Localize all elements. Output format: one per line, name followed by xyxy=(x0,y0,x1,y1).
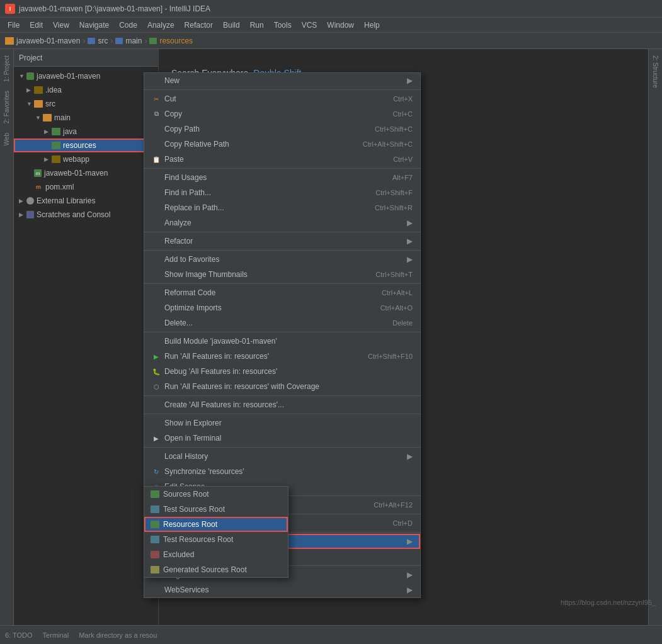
breadcrumb-project[interactable]: javaweb-01-maven xyxy=(16,37,80,45)
menu-build[interactable]: Build xyxy=(218,20,245,31)
tree-item-ext-lib[interactable]: ▶ External Libraries xyxy=(14,194,158,208)
status-terminal[interactable]: Terminal xyxy=(43,631,69,639)
ctx-new[interactable]: New ▶ xyxy=(144,73,420,88)
tree-label: resources xyxy=(63,141,96,150)
menu-analyze[interactable]: Analyze xyxy=(142,20,180,31)
menu-edit[interactable]: Edit xyxy=(25,20,48,31)
ctx-delete[interactable]: Delete... Delete xyxy=(144,315,420,330)
sidebar-tab-favorites[interactable]: 2: Favorites xyxy=(2,87,11,127)
ctx-synchronize[interactable]: ↻ Synchronize 'resources' xyxy=(144,464,420,479)
status-todo[interactable]: 6: TODO xyxy=(5,631,33,639)
submenu-test-sources-root[interactable]: Test Sources Root xyxy=(144,502,288,517)
menu-navigate[interactable]: Navigate xyxy=(74,20,114,31)
tree-arrow: ▼ xyxy=(35,115,43,121)
ctx-coverage[interactable]: ⬡ Run 'All Features in: resources' with … xyxy=(144,379,420,394)
submenu-test-resources-root[interactable]: Test Resources Root xyxy=(144,532,288,547)
menu-tools[interactable]: Tools xyxy=(269,20,297,31)
project-header-label: Project xyxy=(19,54,42,62)
tree-arrow: ▶ xyxy=(44,156,52,162)
ctx-shortcut: Ctrl+D xyxy=(393,519,413,527)
tree-item-resources[interactable]: resources xyxy=(14,138,158,152)
sidebar-tab-web[interactable]: Web xyxy=(2,129,11,149)
submenu-label: Test Sources Root xyxy=(163,505,225,514)
tree-item-main[interactable]: ▼ main xyxy=(14,111,158,125)
tree-arrow: ▶ xyxy=(44,128,52,135)
ctx-label: Open in Terminal xyxy=(164,434,222,443)
ctx-analyze[interactable]: Analyze ▶ xyxy=(144,215,420,230)
menu-run[interactable]: Run xyxy=(245,20,269,31)
tree-item-webapp[interactable]: ▶ webapp xyxy=(14,152,158,166)
ctx-shortcut: Ctrl+V xyxy=(393,155,413,163)
right-tab-structure[interactable]: 2: Structure xyxy=(651,52,660,92)
ctx-show-thumbnails[interactable]: Show Image Thumbnails Ctrl+Shift+T xyxy=(144,267,420,282)
status-bar: 6: TODO Terminal Mark directory as a res… xyxy=(0,625,662,644)
ctx-label: Debug 'All Features in: resources' xyxy=(164,367,277,376)
ctx-debug[interactable]: 🐛 Debug 'All Features in: resources' xyxy=(144,364,420,379)
sidebar-tab-project[interactable]: 1: Project xyxy=(2,52,11,86)
submenu-generated-sources[interactable]: Generated Sources Root xyxy=(144,562,288,577)
tree-item-scratch[interactable]: ▶ Scratches and Consol xyxy=(14,208,158,222)
ctx-cut[interactable]: ✂ Cut Ctrl+X xyxy=(144,91,420,106)
tree-item-module-ref[interactable]: m javaweb-01-maven xyxy=(14,166,158,180)
ctx-build-module[interactable]: Build Module 'javaweb-01-maven' xyxy=(144,334,420,349)
menu-window[interactable]: Window xyxy=(322,20,359,31)
submenu-excluded[interactable]: Excluded xyxy=(144,547,288,562)
ctx-reformat[interactable]: Reformat Code Ctrl+Alt+L xyxy=(144,285,420,300)
ctx-label: Reformat Code xyxy=(164,288,215,297)
ctx-find-usages[interactable]: Find Usages Alt+F7 xyxy=(144,170,420,185)
submenu-resources-root[interactable]: Resources Root xyxy=(144,517,288,532)
terminal-label: Terminal xyxy=(43,631,69,639)
tree-label: javaweb-01-maven xyxy=(37,72,100,81)
breadcrumb-src[interactable]: src xyxy=(98,37,108,45)
ctx-label: Copy xyxy=(164,110,182,118)
submenu-sources-root[interactable]: Sources Root xyxy=(144,487,288,502)
ctx-add-favorites[interactable]: Add to Favorites ▶ xyxy=(144,252,420,267)
tree-arrow: ▶ xyxy=(19,198,26,204)
ctx-label: Add to Favorites xyxy=(164,255,219,264)
menu-refactor[interactable]: Refactor xyxy=(180,20,218,31)
tree-item-java[interactable]: ▶ java xyxy=(14,125,158,138)
tree-item-javaweb[interactable]: ▼ javaweb-01-maven xyxy=(14,69,158,83)
reformat-icon xyxy=(152,288,161,297)
replace-path-icon xyxy=(152,203,161,212)
explorer-icon xyxy=(152,419,161,427)
menu-vcs[interactable]: VCS xyxy=(297,20,322,31)
scratch-icon xyxy=(26,211,34,218)
ctx-label: Replace in Path... xyxy=(164,203,224,212)
ctx-open-terminal[interactable]: ▶ Open in Terminal xyxy=(144,431,420,446)
ctx-optimize[interactable]: Optimize Imports Ctrl+Alt+O xyxy=(144,300,420,315)
pom-icon: m xyxy=(34,183,43,191)
tree-item-pom[interactable]: m pom.xml xyxy=(14,180,158,194)
ctx-run[interactable]: ▶ Run 'All Features in: resources' Ctrl+… xyxy=(144,349,420,364)
breadcrumb-resources-icon xyxy=(149,38,157,44)
tree-arrow: ▶ xyxy=(26,87,34,93)
ctx-local-history[interactable]: Local History ▶ xyxy=(144,449,420,464)
mark-directory-submenu: Sources Root Test Sources Root Resources… xyxy=(144,486,288,578)
menu-view[interactable]: View xyxy=(48,20,74,31)
project-tree: ▼ javaweb-01-maven ▶ .idea ▼ src ▼ main xyxy=(14,67,158,625)
ctx-copy-relative[interactable]: Copy Relative Path Ctrl+Alt+Shift+C xyxy=(144,137,420,152)
menu-file[interactable]: File xyxy=(3,20,25,31)
ctx-copy[interactable]: ⧉ Copy Ctrl+C xyxy=(144,106,420,121)
ctx-divider xyxy=(144,232,420,232)
breadcrumb-main[interactable]: main xyxy=(125,37,142,45)
ctx-copy-path[interactable]: Copy Path Ctrl+Shift+C xyxy=(144,121,420,137)
submenu-arrow: ▶ xyxy=(407,218,413,227)
menu-code[interactable]: Code xyxy=(114,20,142,31)
menu-help[interactable]: Help xyxy=(359,20,385,31)
ctx-show-explorer[interactable]: Show in Explorer xyxy=(144,415,420,431)
ctx-shortcut: Ctrl+X xyxy=(393,95,413,103)
tree-item-idea[interactable]: ▶ .idea xyxy=(14,83,158,97)
ctx-create[interactable]: Create 'All Features in: resources'... xyxy=(144,397,420,412)
copy-relative-icon xyxy=(152,140,161,149)
status-message: Mark directory as a resou xyxy=(79,631,657,639)
ctx-label: Analyze xyxy=(164,218,191,227)
breadcrumb-resources[interactable]: resources xyxy=(159,37,193,45)
tree-item-src[interactable]: ▼ src xyxy=(14,97,158,111)
ctx-refactor[interactable]: Refactor ▶ xyxy=(144,234,420,249)
folder-icon xyxy=(52,128,60,135)
ctx-paste[interactable]: 📋 Paste Ctrl+V xyxy=(144,152,420,167)
ctx-replace-path[interactable]: Replace in Path... Ctrl+Shift+R xyxy=(144,200,420,215)
ctx-find-path[interactable]: Find in Path... Ctrl+Shift+F xyxy=(144,185,420,200)
ctx-webservices[interactable]: WebServices ▶ xyxy=(144,582,420,597)
